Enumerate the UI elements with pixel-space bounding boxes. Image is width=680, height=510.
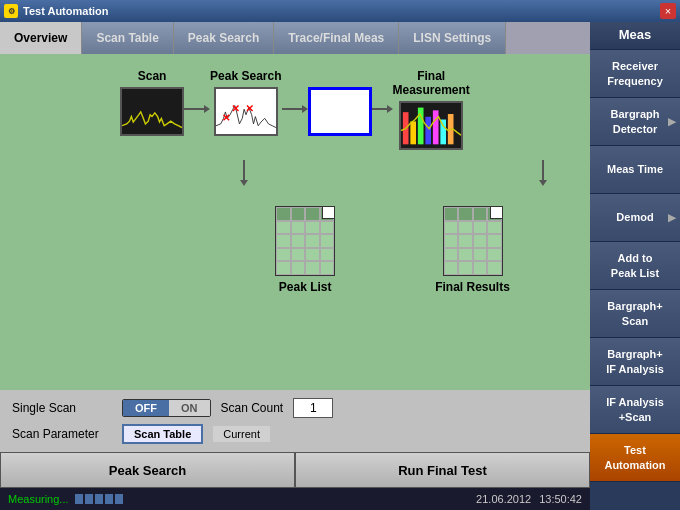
close-button[interactable]: × bbox=[660, 3, 676, 19]
run-final-test-button[interactable]: Run Final Test bbox=[295, 452, 590, 488]
scan-table-button[interactable]: Scan Table bbox=[122, 424, 203, 444]
title-bar-left: ⚙ Test Automation bbox=[4, 4, 109, 18]
scan-count-label: Scan Count bbox=[221, 401, 284, 415]
scan-param-label: Scan Parameter bbox=[12, 427, 112, 441]
svg-rect-10 bbox=[411, 121, 417, 144]
sidebar-test-automation[interactable]: TestAutomation bbox=[590, 434, 680, 482]
on-button[interactable]: ON bbox=[169, 400, 210, 416]
sidebar-bargraph-if[interactable]: Bargraph+IF Analysis bbox=[590, 338, 680, 386]
tab-bar: Overview Scan Table Peak Search Trace/Fi… bbox=[0, 22, 590, 54]
tab-overview[interactable]: Overview bbox=[0, 22, 82, 54]
scan-thumbnail bbox=[120, 87, 184, 136]
svg-rect-0 bbox=[122, 89, 182, 134]
tab-scan-table[interactable]: Scan Table bbox=[82, 22, 173, 54]
workflow-diagram: Scan bbox=[10, 64, 580, 380]
current-label: Current bbox=[213, 426, 270, 442]
svg-rect-11 bbox=[418, 108, 424, 145]
progress-indicator bbox=[75, 494, 123, 504]
sidebar-meas-time[interactable]: Meas Time bbox=[590, 146, 680, 194]
sidebar-add-to-peak-list[interactable]: Add toPeak List bbox=[590, 242, 680, 290]
controls-area: Single Scan OFF ON Scan Count Scan Param… bbox=[0, 390, 590, 452]
svg-rect-12 bbox=[426, 117, 432, 145]
peak-list-icon bbox=[275, 206, 335, 276]
off-button[interactable]: OFF bbox=[123, 400, 169, 416]
time-text: 13:50:42 bbox=[539, 493, 582, 505]
peak-list-section: Peak List bbox=[275, 196, 335, 294]
sidebar-bargraph-scan[interactable]: Bargraph+Scan bbox=[590, 290, 680, 338]
tab-peak-search[interactable]: Peak Search bbox=[174, 22, 274, 54]
bottom-buttons: Peak Search Run Final Test bbox=[0, 452, 590, 488]
app-title: Test Automation bbox=[23, 5, 109, 17]
peak-search-section: Peak Search bbox=[210, 69, 281, 136]
meas-header: Meas bbox=[590, 22, 680, 50]
final-display bbox=[399, 101, 463, 150]
final-meas-section: Final Measurement bbox=[393, 69, 470, 150]
svg-rect-13 bbox=[433, 110, 439, 144]
sidebar-receiver-freq[interactable]: ReceiverFrequency bbox=[590, 50, 680, 98]
sidebar-if-analysis-scan[interactable]: IF Analysis+Scan bbox=[590, 386, 680, 434]
sidebar-bargraph-detector[interactable]: BargraphDetector ▶ bbox=[590, 98, 680, 146]
svg-rect-1 bbox=[216, 89, 276, 134]
right-sidebar: Meas ReceiverFrequency BargraphDetector … bbox=[590, 22, 680, 510]
sidebar-demod[interactable]: Demod ▶ bbox=[590, 194, 680, 242]
scan-section: Scan bbox=[120, 69, 184, 136]
peak-thumbnail bbox=[214, 87, 278, 136]
final-results-label: Final Results bbox=[435, 280, 510, 294]
empty-box bbox=[308, 87, 372, 136]
title-bar: ⚙ Test Automation × bbox=[0, 0, 680, 22]
single-scan-toggle[interactable]: OFF ON bbox=[122, 399, 211, 417]
peak-list-label: Peak List bbox=[279, 280, 332, 294]
status-bar: Measuring... 21.06.2012 13:50:42 bbox=[0, 488, 590, 510]
peak-search-label: Peak Search bbox=[210, 69, 281, 83]
content-area: Scan bbox=[0, 54, 590, 390]
tab-trace-final[interactable]: Trace/Final Meas bbox=[274, 22, 399, 54]
date-text: 21.06.2012 bbox=[476, 493, 531, 505]
final-results-icon bbox=[443, 206, 503, 276]
main-layout: Overview Scan Table Peak Search Trace/Fi… bbox=[0, 22, 680, 510]
empty-section: x bbox=[308, 69, 372, 136]
left-area: Overview Scan Table Peak Search Trace/Fi… bbox=[0, 22, 590, 510]
scan-count-input[interactable] bbox=[293, 398, 333, 418]
peak-search-button[interactable]: Peak Search bbox=[0, 452, 295, 488]
final-results-section: Final Results bbox=[435, 196, 510, 294]
tab-lisn[interactable]: LISN Settings bbox=[399, 22, 506, 54]
final-meas-label: Final Measurement bbox=[393, 69, 470, 97]
app-icon: ⚙ bbox=[4, 4, 18, 18]
scan-label: Scan bbox=[138, 69, 167, 83]
measuring-text: Measuring... bbox=[8, 493, 69, 505]
scan-param-row: Scan Parameter Scan Table Current bbox=[12, 424, 578, 444]
single-scan-label: Single Scan bbox=[12, 401, 112, 415]
single-scan-row: Single Scan OFF ON Scan Count bbox=[12, 398, 578, 418]
